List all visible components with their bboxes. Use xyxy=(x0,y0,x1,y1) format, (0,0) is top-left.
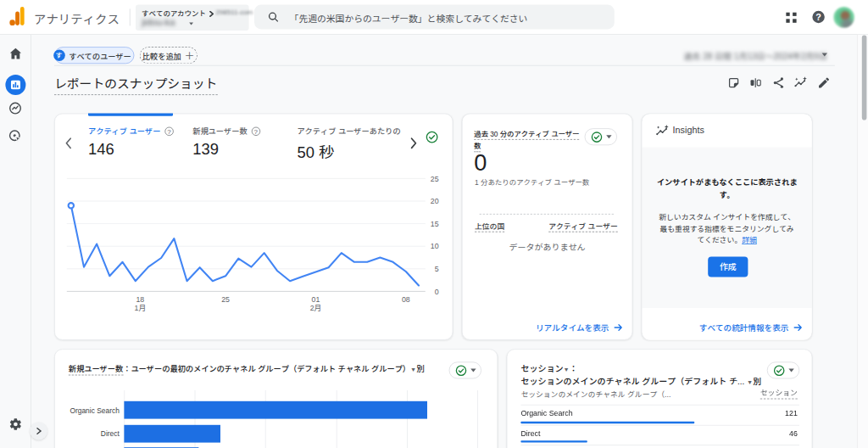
svg-text:0: 0 xyxy=(435,288,439,296)
svg-text:10: 10 xyxy=(431,242,439,250)
svg-text:1月: 1月 xyxy=(135,304,147,312)
svg-text:15: 15 xyxy=(431,220,439,228)
svg-text:20: 20 xyxy=(431,197,439,205)
svg-text:5: 5 xyxy=(435,265,439,273)
svg-text:01: 01 xyxy=(312,295,320,304)
svg-text:25: 25 xyxy=(221,295,230,304)
svg-text:2月: 2月 xyxy=(310,304,322,312)
svg-text:25: 25 xyxy=(431,175,439,183)
svg-text:08: 08 xyxy=(402,295,410,304)
svg-text:18: 18 xyxy=(136,295,144,304)
